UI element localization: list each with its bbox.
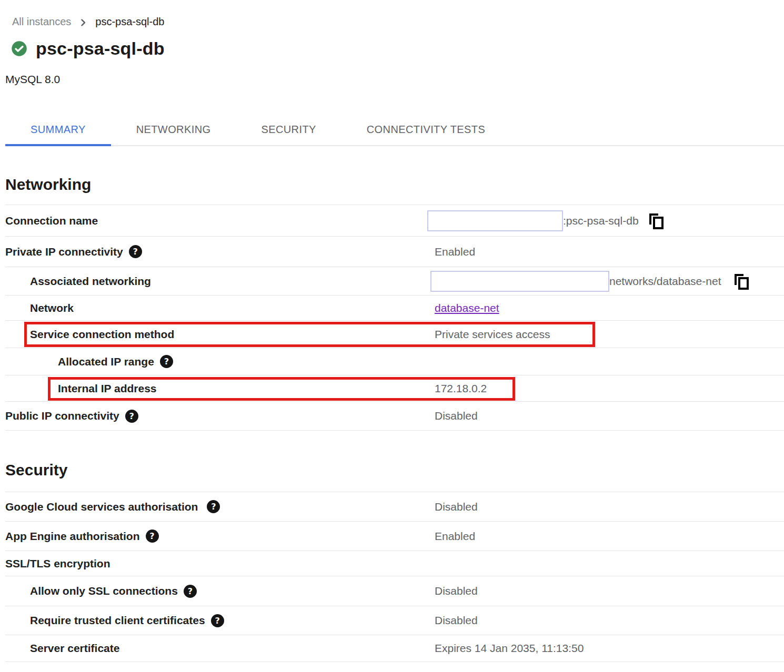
- chevron-right-icon: [78, 17, 88, 28]
- page-title: psc-psa-sql-db: [36, 38, 165, 59]
- private-ip-label: Private IP connectivity: [5, 246, 123, 258]
- database-version: MySQL 8.0: [5, 73, 784, 86]
- gcs-auth-label: Google Cloud services authorisation: [5, 501, 198, 513]
- row-require-trusted-certs: Require trusted client certificates Disa…: [5, 606, 784, 635]
- allow-only-ssl-label: Allow only SSL connections: [30, 585, 178, 597]
- server-certificate-value: Expires 14 Jan 2035, 11:13:50: [435, 642, 584, 655]
- copy-icon[interactable]: [735, 274, 747, 288]
- row-private-ip-connectivity: Private IP connectivity Enabled: [5, 236, 784, 267]
- security-table: Google Cloud services authorisation Disa…: [5, 492, 784, 662]
- help-icon[interactable]: [129, 245, 142, 258]
- require-certs-label: Require trusted client certificates: [30, 614, 205, 627]
- service-connection-method-value: Private services access: [435, 328, 550, 341]
- instance-header: psc-psa-sql-db: [11, 38, 784, 59]
- app-engine-auth-value: Enabled: [435, 530, 475, 543]
- connection-name-label: Connection name: [5, 215, 98, 227]
- associated-networking-label: Associated networking: [30, 275, 151, 288]
- row-network: Network database-net: [5, 295, 784, 320]
- row-app-engine-authorisation: App Engine authorisation Enabled: [5, 521, 784, 551]
- allow-only-ssl-value: Disabled: [435, 585, 478, 597]
- redaction-overlay: [430, 271, 609, 292]
- row-server-certificate: Server certificate Expires 14 Jan 2035, …: [5, 635, 784, 662]
- internal-ip-value: 172.18.0.2: [435, 382, 487, 395]
- row-public-ip-connectivity: Public IP connectivity Disabled: [5, 401, 784, 431]
- help-icon[interactable]: [184, 585, 197, 598]
- server-certificate-label: Server certificate: [30, 642, 119, 655]
- connection-name-value: :psc-psa-sql-db: [563, 215, 639, 227]
- tab-summary[interactable]: SUMMARY: [5, 115, 111, 145]
- row-ssl-tls-encryption: SSL/TLS encryption: [5, 551, 784, 576]
- networking-table: Connection name :psc-psa-sql-db Private …: [5, 205, 784, 431]
- public-ip-label: Public IP connectivity: [5, 410, 119, 422]
- network-label: Network: [30, 302, 74, 314]
- help-icon[interactable]: [146, 530, 159, 543]
- tab-connectivity-tests[interactable]: CONNECTIVITY TESTS: [341, 115, 510, 145]
- redaction-overlay: [427, 210, 563, 231]
- internal-ip-label: Internal IP address: [58, 382, 157, 395]
- private-ip-value: Enabled: [435, 246, 475, 258]
- network-link[interactable]: database-net: [435, 302, 499, 314]
- status-ok-icon: [11, 40, 27, 57]
- row-internal-ip-address: Internal IP address 172.18.0.2: [5, 375, 784, 401]
- row-allocated-ip-range: Allocated IP range: [5, 348, 784, 375]
- security-section-title: Security: [5, 461, 784, 479]
- require-certs-value: Disabled: [435, 614, 478, 627]
- associated-networking-value: networks/database-net: [609, 275, 721, 288]
- row-gcs-authorisation: Google Cloud services authorisation Disa…: [5, 492, 784, 521]
- breadcrumb-current: psc-psa-sql-db: [95, 16, 164, 28]
- row-service-connection-method: Service connection method Private servic…: [5, 320, 784, 348]
- ssl-tls-label: SSL/TLS encryption: [5, 557, 110, 570]
- networking-section-title: Networking: [5, 176, 784, 194]
- tab-bar: SUMMARY NETWORKING SECURITY CONNECTIVITY…: [5, 115, 784, 146]
- app-engine-auth-label: App Engine authorisation: [5, 530, 140, 543]
- breadcrumb-all-instances[interactable]: All instances: [12, 16, 71, 28]
- breadcrumb: All instances psc-psa-sql-db: [12, 0, 784, 28]
- allocated-ip-range-label: Allocated IP range: [58, 355, 154, 368]
- tab-security[interactable]: SECURITY: [236, 115, 341, 145]
- help-icon[interactable]: [211, 614, 224, 627]
- row-associated-networking: Associated networking networks/database-…: [5, 267, 784, 295]
- row-connection-name: Connection name :psc-psa-sql-db: [5, 205, 784, 236]
- help-icon[interactable]: [207, 500, 220, 513]
- help-icon[interactable]: [125, 410, 138, 423]
- tab-networking[interactable]: NETWORKING: [111, 115, 236, 145]
- gcs-auth-value: Disabled: [435, 501, 478, 513]
- row-allow-only-ssl: Allow only SSL connections Disabled: [5, 576, 784, 606]
- copy-icon[interactable]: [649, 213, 662, 228]
- help-icon[interactable]: [160, 355, 173, 368]
- service-connection-method-label: Service connection method: [30, 328, 174, 341]
- public-ip-value: Disabled: [435, 410, 478, 422]
